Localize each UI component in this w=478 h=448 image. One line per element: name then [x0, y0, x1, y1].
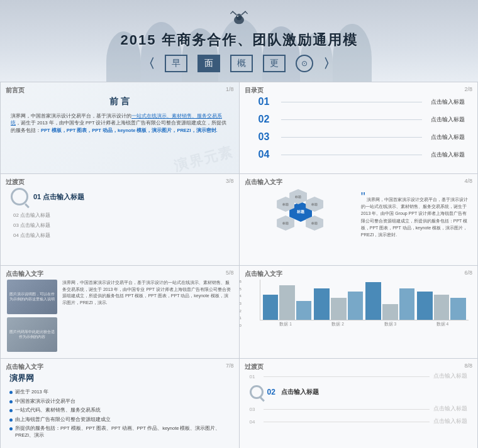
- toc-item-1: 01 点击输入标题: [258, 96, 465, 107]
- slide-1-content: 前 言 演界网，中国首家演示设计交易平台，基于演示设计的一站式在线演示、素材销售…: [1, 82, 239, 140]
- chart-y-axis: 6 5 4 3 2 1 0: [240, 280, 242, 327]
- nav-item-1[interactable]: 早: [165, 55, 187, 72]
- slide-8-label: 过渡页: [245, 363, 264, 371]
- slide-7-item-1: 诞生于 2013 年: [9, 389, 230, 396]
- slide-7-content: 演界网 诞生于 2013 年 中国首家演示设计交易平台 一站式代码、素材销售、服…: [1, 359, 239, 447]
- svg-line-4: [231, 11, 233, 13]
- slide-8-item-1: 01 点击输入标题: [250, 373, 468, 380]
- slide-5-image-2: 图片代码等中此处比较合适作为示例的内容: [7, 317, 57, 352]
- chart-group-1: [263, 285, 312, 320]
- bull-logo-icon: [226, 9, 252, 28]
- slide-7-label: 点击输入文字: [6, 363, 43, 371]
- slide-1-body: 演界网，中国首家演示设计交易平台，基于演示设计的一站式在线演示、素材销售、服务交…: [11, 112, 229, 134]
- svg-point-1: [236, 14, 242, 21]
- slide-5-img1-caption: 图片演示说明图，可以在作为示例的内容这里输入说明: [7, 291, 57, 303]
- header-title: 2015 年商务合作、团队激励通用模: [120, 31, 357, 50]
- header-content: 2015 年商务合作、团队激励通用模 〈 早 面 概 更 ⊙ 〉: [120, 9, 357, 72]
- chart-group-2: [314, 288, 363, 320]
- slide-3-sub-3: 04 点击输入标题: [11, 232, 229, 239]
- nav-item-4[interactable]: 更: [263, 55, 286, 72]
- slide-5-number: 5/8: [226, 270, 234, 276]
- svg-line-2: [233, 11, 236, 14]
- slide-8-item-3: 03 点击输入标题: [250, 405, 468, 413]
- header: 2015 年商务合作、团队激励通用模 〈 早 面 概 更 ⊙ 〉: [0, 0, 478, 82]
- slide-8-item-4: 04 点击输入标题: [250, 418, 468, 425]
- hexagon-area: 标题 标题 标题 标题 标题 标题: [246, 188, 356, 238]
- slide-5-label: 点击输入文字: [6, 270, 43, 278]
- search-icon-2: [250, 385, 264, 399]
- slide-1-label: 前言页: [6, 86, 25, 95]
- nav-prev-arrow[interactable]: 〈: [142, 55, 155, 72]
- nav-circle[interactable]: ⊙: [296, 55, 313, 72]
- nav-item-2[interactable]: 面: [197, 55, 220, 72]
- slide-5-body-text: 演界网，中国首家演示设计交易平台，基于演示设计的一站式在线演示、素材销售、服务交…: [62, 280, 233, 352]
- slide-2[interactable]: 目录页 2/8 01 点击输入标题 02 点击输入标题 03 点击输入标题 04…: [240, 82, 478, 173]
- svg-line-3: [242, 11, 245, 14]
- search-icon: [11, 188, 28, 205]
- slide-1-number: 1/8: [226, 86, 234, 92]
- nav-item-3[interactable]: 概: [230, 55, 253, 72]
- slide-3-sub-1: 02 点击输入标题: [11, 212, 229, 219]
- slide-1-watermark: 演界元素: [172, 142, 235, 173]
- slide-1[interactable]: 前言页 1/8 前 言 演界网，中国首家演示设计交易平台，基于演示设计的一站式在…: [1, 82, 239, 173]
- slide-5-image-1: 图片演示说明图，可以在作为示例的内容这里输入说明: [7, 280, 57, 314]
- slide-3[interactable]: 过渡页 3/8 01 点击输入标题 02 点击输入标题 03 点击输入标题 04…: [1, 174, 239, 265]
- slide-4-number: 4/8: [464, 178, 472, 184]
- slide-2-label: 目录页: [245, 86, 264, 95]
- slide-7-item-3: 一站式代码、素材销售、服务交易系统: [9, 407, 230, 414]
- slide-3-number: 3/8: [226, 178, 234, 184]
- slide-3-main-item: 01 点击输入标题: [11, 188, 229, 205]
- chart-group-4: [417, 292, 466, 320]
- slide-8-item-2: 02 点击输入标题: [250, 385, 468, 399]
- chart-x-labels: 数据 1 数据 2 数据 3 数据 4: [260, 322, 469, 327]
- header-nav[interactable]: 〈 早 面 概 更 ⊙ 〉: [142, 55, 336, 72]
- slides-grid: 前言页 1/8 前 言 演界网，中国首家演示设计交易平台，基于演示设计的一站式在…: [0, 82, 478, 448]
- toc-item-4: 04 点击输入标题: [258, 149, 465, 160]
- slide-5-content: 图片演示说明图，可以在作为示例的内容这里输入说明 图片代码等中此处比较合适作为示…: [1, 266, 239, 358]
- slide-1-title: 前 言: [11, 96, 229, 107]
- slide-7-title: 演界网: [9, 373, 230, 384]
- slide-5[interactable]: 点击输入文字 5/8 图片演示说明图，可以在作为示例的内容这里输入说明 图片代码…: [1, 266, 239, 358]
- slide-6-label: 点击输入文字: [245, 270, 282, 278]
- slide-7-number: 7/8: [226, 363, 234, 369]
- chart-bars: [260, 280, 469, 320]
- slide-7-item-4: 由上海锐普广告有限公司整合资源组建成立: [9, 417, 230, 423]
- slide-4-label: 点击输入文字: [245, 178, 282, 187]
- slide-2-number: 2/8: [464, 86, 472, 92]
- slide-3-main-title: 01 点击输入标题: [33, 192, 84, 202]
- toc-item-3: 03 点击输入标题: [258, 131, 465, 143]
- slide-7-item-5: 所提供的服务包括：PPT 模板、PPT 图表、PPT 动画、PPT 作品、key…: [9, 425, 230, 439]
- nav-next-arrow[interactable]: 〉: [323, 55, 336, 72]
- slide-4-quote-text: " 演界网，中国首家演示设计交易平台，基于演示设计的一站式在线演示、素材销售、服…: [361, 188, 471, 238]
- svg-line-5: [245, 11, 247, 13]
- slide-3-label: 过渡页: [6, 178, 25, 187]
- slide-7[interactable]: 点击输入文字 7/8 演界网 诞生于 2013 年 中国首家演示设计交易平台 一…: [1, 359, 239, 448]
- chart-group-3: [365, 282, 414, 320]
- slide-8[interactable]: 过渡页 8/8 01 点击输入标题 02 点击输入标题 03 点击输入标题: [240, 359, 478, 448]
- slide-3-sub-2: 03 点击输入标题: [11, 222, 229, 229]
- slide-4[interactable]: 点击输入文字 4/8 标题 标题 标题: [240, 174, 478, 265]
- slide-2-content: 01 点击输入标题 02 点击输入标题 03 点击输入标题 04 点击输入标题: [240, 82, 478, 173]
- slide-8-number: 8/8: [464, 363, 472, 369]
- slide-5-img2-caption: 图片代码等中此处比较合适作为示例的内容: [7, 329, 57, 341]
- slide-8-content: 01 点击输入标题 02 点击输入标题 03 点击输入标题 04 点击输入标题: [240, 359, 478, 437]
- slide-6-number: 6/8: [464, 270, 472, 276]
- svg-point-6: [237, 16, 238, 17]
- toc-item-2: 02 点击输入标题: [258, 114, 465, 125]
- slide-6[interactable]: 点击输入文字 6/8 6 5 4 3 2 1 0: [240, 266, 478, 358]
- slide-7-item-2: 中国首家演示设计交易平台: [9, 398, 230, 405]
- slide-3-content: 01 点击输入标题 02 点击输入标题 03 点击输入标题 04 点击输入标题: [1, 174, 239, 248]
